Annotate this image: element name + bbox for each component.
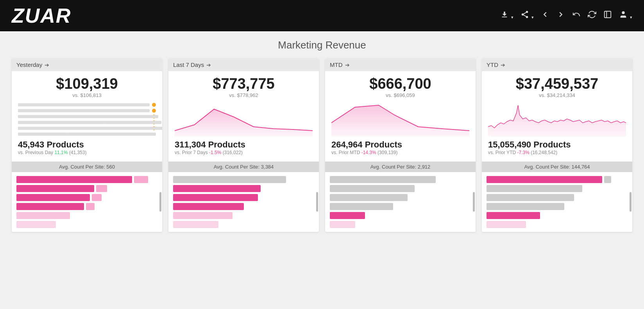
arrow-icon-yesterday: ➔ <box>45 62 49 68</box>
bottom-section-mtd <box>325 172 476 232</box>
chart-yesterday <box>18 101 156 137</box>
card-mtd: MTD ➔ $666,700 vs. $696,059 <box>325 58 476 232</box>
svg-line-3 <box>524 15 526 16</box>
page-title: Marketing Revenue <box>12 39 632 51</box>
forward-icon[interactable] <box>556 10 565 21</box>
sidebar-icon[interactable] <box>603 10 612 21</box>
scroll-bar-mtd[interactable] <box>473 192 475 212</box>
avg-bar-mtd: Avg. Count Per Site: 2,912 <box>325 162 476 172</box>
card-body-last7days: $773,775 vs. $778,962 311,30 <box>168 71 319 162</box>
undo-icon[interactable] <box>572 10 581 21</box>
cards-grid: Yesterday ➔ $109,319 vs. $106,813 <box>12 58 632 232</box>
refresh-icon[interactable] <box>588 10 596 21</box>
card-label-ytd: YTD <box>487 61 498 68</box>
svg-point-1 <box>522 13 524 16</box>
arrow-icon-ytd: ➔ <box>501 62 505 68</box>
scroll-bar-last7days[interactable] <box>316 192 318 212</box>
avg-bar-yesterday: Avg. Count Per Site: 560 <box>12 162 162 172</box>
main-value-last7days: $773,775 <box>175 76 313 92</box>
share-icon[interactable]: ▾ <box>521 10 534 21</box>
products-count-mtd: 264,964 Products <box>331 140 469 150</box>
card-yesterday: Yesterday ➔ $109,319 vs. $106,813 <box>12 58 162 232</box>
main-value-yesterday: $109,319 <box>18 76 156 92</box>
card-body-mtd: $666,700 vs. $696,059 264,96 <box>325 71 476 162</box>
products-vs-last7days: vs. Prior 7 Days -1.5% (316,022) <box>175 150 313 155</box>
products-count-last7days: 311,304 Products <box>175 140 313 150</box>
svg-line-4 <box>524 13 526 14</box>
scroll-bar-ytd[interactable] <box>630 192 631 212</box>
svg-point-0 <box>526 11 528 13</box>
bottom-section-ytd <box>482 172 632 232</box>
main-content: Marketing Revenue Yesterday ➔ $109,319 v… <box>0 31 644 244</box>
avg-bar-last7days: Avg. Count Per Site: 3,384 <box>168 162 319 172</box>
card-label-yesterday: Yesterday <box>16 61 42 68</box>
card-header-yesterday[interactable]: Yesterday ➔ <box>12 58 162 71</box>
card-header-last7days[interactable]: Last 7 Days ➔ <box>168 58 319 71</box>
main-value-mtd: $666,700 <box>331 76 469 92</box>
card-header-ytd[interactable]: YTD ➔ <box>482 58 632 71</box>
vs-value-mtd: vs. $696,059 <box>331 92 469 98</box>
arrow-icon-mtd: ➔ <box>345 62 350 68</box>
vs-value-last7days: vs. $778,962 <box>175 92 313 98</box>
products-vs-ytd: vs. Prior YTD -7.3% (16,248,542) <box>488 150 626 155</box>
card-label-last7days: Last 7 Days <box>173 61 204 68</box>
card-last7days: Last 7 Days ➔ $773,775 vs. $778,962 <box>168 58 319 232</box>
card-label-mtd: MTD <box>330 61 343 68</box>
chart-mtd <box>331 101 469 137</box>
chart-ytd <box>488 101 626 137</box>
card-header-mtd[interactable]: MTD ➔ <box>325 58 476 71</box>
vs-value-yesterday: vs. $106,813 <box>18 92 156 98</box>
header-icons: ▾ ▾ ▾ <box>500 10 632 21</box>
logo: ZUAR <box>12 4 71 27</box>
back-icon[interactable] <box>541 10 549 21</box>
main-value-ytd: $37,459,537 <box>488 76 626 92</box>
avg-bar-ytd: Avg. Count Per Site: 144,764 <box>482 162 632 172</box>
card-ytd: YTD ➔ $37,459,537 vs. $34,214,334 <box>482 58 632 232</box>
svg-point-2 <box>526 16 528 18</box>
card-body-yesterday: $109,319 vs. $106,813 <box>12 71 162 162</box>
products-vs-mtd: vs. Prior MTD -14.3% (309,139) <box>331 150 469 155</box>
products-count-ytd: 15,055,490 Products <box>488 140 626 150</box>
bottom-section-yesterday <box>12 172 162 232</box>
products-count-yesterday: 45,943 Products <box>18 140 156 150</box>
products-vs-yesterday: vs. Previous Day 11.1% (41,353) <box>18 150 156 155</box>
bottom-section-last7days <box>168 172 319 232</box>
scroll-bar-yesterday[interactable] <box>159 192 161 212</box>
arrow-icon-last7days: ➔ <box>206 62 211 68</box>
svg-rect-5 <box>605 11 611 18</box>
download-icon[interactable]: ▾ <box>500 10 513 21</box>
user-icon[interactable]: ▾ <box>619 10 632 21</box>
svg-point-7 <box>622 11 624 14</box>
chart-last7days <box>175 101 313 137</box>
vs-value-ytd: vs. $34,214,334 <box>488 92 626 98</box>
header: ZUAR ▾ ▾ ▾ <box>0 0 644 31</box>
card-body-ytd: $37,459,537 vs. $34,214,334 <box>482 71 632 162</box>
